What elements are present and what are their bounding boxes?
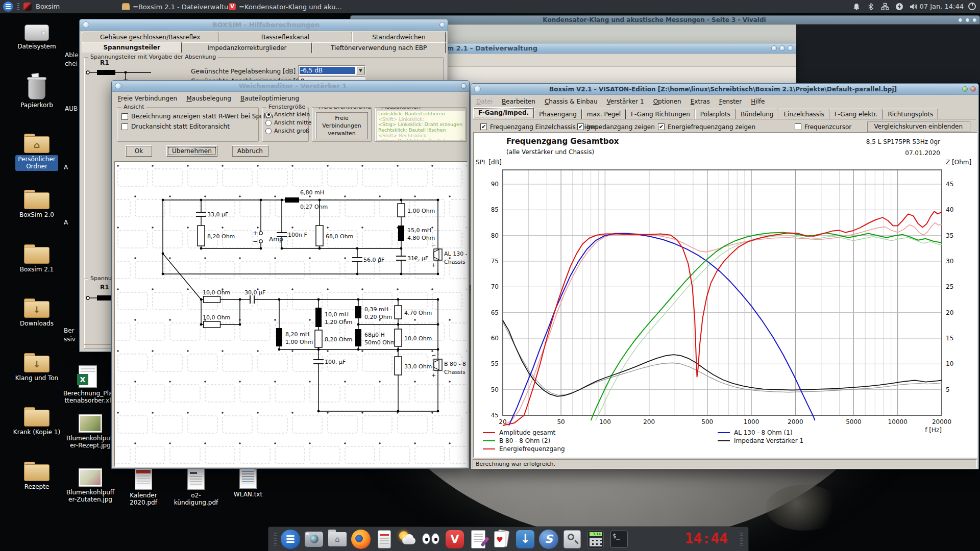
whisker-menu-button[interactable] bbox=[3, 2, 13, 12]
main-tab-f-gang-imped-[interactable]: F-Gang/Imped. bbox=[473, 107, 534, 118]
main-menu-datei[interactable]: Datei bbox=[476, 98, 493, 105]
weather-icon[interactable] bbox=[398, 529, 418, 549]
terminal-icon[interactable]: $_ bbox=[609, 529, 629, 549]
circuit-canvas[interactable]: 33,0 µF8,20 Ohm6,80 mH0,27 Ohm100n F68,0… bbox=[114, 161, 468, 467]
calculator-icon[interactable]: 3.14 bbox=[585, 529, 606, 549]
desktop-icon-wlan-txt[interactable]: WLAN.txt bbox=[217, 467, 279, 498]
dock-grip-left[interactable] bbox=[274, 533, 277, 546]
hilfs-tab-Tieftönerverwendung nach EBP[interactable]: Tieftönerverwendung nach EBP bbox=[312, 42, 446, 53]
hilfs-close-button[interactable] bbox=[439, 22, 445, 28]
main-tab-f-gang-richtungen[interactable]: F-Gang Richtungen bbox=[626, 109, 695, 119]
desktop-icon-boxsim-2-1[interactable]: Boxsim 2.1 bbox=[6, 244, 67, 273]
weicheneditor-titlebar[interactable]: Weicheneditor - Verstärker 1 bbox=[112, 81, 469, 92]
vivaldi-icon[interactable]: V bbox=[445, 529, 465, 549]
active-app-label[interactable]: Boxsim bbox=[36, 3, 60, 10]
weich-menu-mausbelegung[interactable]: Mausbelegung bbox=[186, 95, 231, 102]
main-checkbox-frequenzcursor[interactable]: Frequenzcursor bbox=[795, 123, 851, 131]
download-manager-icon[interactable]: ↓ bbox=[515, 529, 535, 549]
desktop-icon-rezepte[interactable]: Rezepte bbox=[6, 462, 67, 490]
hilfs-titlebar[interactable]: BOXSIM - Hilfsberechnungen bbox=[80, 19, 448, 31]
text-editor-icon[interactable] bbox=[468, 529, 488, 549]
hilfs-tab-Gehäuse geschlossen/Bassreflex[interactable]: Gehäuse geschlossen/Bassreflex bbox=[82, 32, 218, 42]
whisker-menu-icon[interactable] bbox=[280, 529, 301, 549]
desktop-icon-dateisystem[interactable]: Dateisystem bbox=[6, 24, 67, 50]
panel-grip[interactable] bbox=[17, 3, 19, 10]
main-menu-extras[interactable]: Extras bbox=[691, 98, 710, 105]
notifications-icon[interactable] bbox=[852, 3, 861, 11]
main-tab-polarplots[interactable]: Polarplots bbox=[695, 109, 736, 119]
pegel-combobox[interactable]: -6,5 dB ▼ bbox=[298, 65, 365, 76]
hilfs-tab-Impedanzkorrekturglieder[interactable]: Impedanzkorrekturglieder bbox=[182, 42, 312, 53]
main-menu-chassis-einbau[interactable]: Chassis & Einbau bbox=[545, 98, 598, 105]
main-tab-richtungsplots[interactable]: Richtungsplots bbox=[883, 109, 938, 119]
checkbox-box[interactable]: ✔ bbox=[577, 123, 584, 130]
main-maximize-button[interactable] bbox=[962, 86, 968, 92]
main-menu-hilfe[interactable]: Hilfe bbox=[751, 98, 765, 105]
abbruch-button[interactable]: Abbruch bbox=[232, 145, 268, 157]
mail-bird-icon[interactable]: S bbox=[538, 529, 559, 549]
main-close-button[interactable] bbox=[970, 86, 976, 92]
file-search-icon[interactable] bbox=[562, 529, 582, 549]
weich-menu-bauteiloptimierung[interactable]: Bauteiloptimierung bbox=[240, 95, 299, 102]
fm-maximize-button[interactable] bbox=[779, 45, 785, 51]
vergleichskurven-button[interactable]: Vergleichskurven einblenden bbox=[867, 121, 970, 132]
window-menu-icon[interactable] bbox=[83, 21, 89, 28]
file-manager-icon[interactable]: ⌂ bbox=[327, 529, 348, 549]
network-icon[interactable] bbox=[881, 3, 889, 11]
checkbox-box[interactable]: ✔ bbox=[658, 123, 665, 130]
checkbox-Druckansicht[interactable]: Druckansicht statt Editoransicht bbox=[121, 123, 258, 130]
checkbox-box[interactable] bbox=[121, 113, 128, 120]
main-tab-phasengang[interactable]: Phasengang bbox=[534, 109, 582, 119]
desktop-icon-boxsim-2-0[interactable]: BoxSim 2.0 bbox=[6, 190, 67, 218]
hilfs-tab-Standardweichen[interactable]: Standardweichen bbox=[352, 32, 446, 42]
main-checkbox-impedanzgang-zeigen[interactable]: ✔Impedanzgang zeigen bbox=[577, 123, 655, 131]
freie-verbindungen-verwalten-button[interactable]: FreieVerbindungenverwalten bbox=[315, 112, 368, 139]
radio-button[interactable] bbox=[265, 120, 272, 126]
main-tab-einzelchassis[interactable]: Einzelchassis bbox=[778, 109, 829, 119]
dock-grip-right[interactable] bbox=[740, 533, 743, 546]
main-menu-optionen[interactable]: Optionen bbox=[653, 98, 681, 105]
document-viewer-icon[interactable] bbox=[374, 529, 395, 549]
desktop-icon-papierkorb[interactable]: Papierkorb bbox=[6, 79, 67, 109]
hilfs-tab-Bassreflexkanal[interactable]: Bassreflexkanal bbox=[218, 32, 352, 42]
desktop-icon-kalender[interactable]: Kalender2020.pdf bbox=[113, 468, 174, 507]
weich-menu-freie-verbindungen[interactable]: Freie Verbindungen bbox=[118, 95, 177, 102]
window-menu-icon[interactable] bbox=[474, 86, 481, 92]
radio-Ansicht klein[interactable]: Ansicht klein bbox=[265, 111, 308, 118]
volume-icon[interactable] bbox=[910, 3, 919, 11]
eyes-icon[interactable] bbox=[421, 529, 442, 549]
desktop-icon-krank-kopie-1-[interactable]: Krank (Kopie 1) bbox=[6, 407, 67, 436]
checkbox-box[interactable] bbox=[121, 123, 128, 130]
main-tab-b-ndelung[interactable]: Bündelung bbox=[736, 109, 779, 119]
fm-close-button[interactable] bbox=[788, 45, 793, 51]
main-menu-bearbeiten[interactable]: Bearbeiten bbox=[502, 98, 535, 105]
checkbox-Bezeichnung[interactable]: Bezeichnung anzeigen statt R-Wert bei Sp… bbox=[121, 113, 258, 120]
main-tab-max-pegel[interactable]: max. Pegel bbox=[582, 109, 626, 119]
shutdown-icon[interactable] bbox=[968, 3, 976, 10]
weicheneditor-close-button[interactable] bbox=[461, 83, 467, 89]
checkbox-box[interactable]: ✔ bbox=[480, 123, 487, 130]
main-menu-verst-rker-1[interactable]: Verstärker 1 bbox=[607, 98, 644, 105]
radio-Ansicht groß[interactable]: Ansicht groß bbox=[265, 128, 308, 134]
desktop-icon-downloads[interactable]: ↓Downloads bbox=[6, 298, 67, 327]
vivaldi-minimize-button[interactable] bbox=[958, 18, 963, 22]
radio-Ansicht mittel[interactable]: Ansicht mittel bbox=[265, 119, 308, 126]
ok-button[interactable]: Ok bbox=[126, 145, 152, 157]
vivaldi-close-button[interactable] bbox=[972, 18, 977, 22]
vivaldi-maximize-button[interactable] bbox=[965, 18, 970, 22]
taskbar-item-2[interactable]: V =Kondensator-Klang und aku... bbox=[229, 2, 342, 12]
fm-minimize-button[interactable] bbox=[771, 45, 777, 51]
main-checkbox-energiefrequenzgang-zeigen[interactable]: ✔Energiefrequenzgang zeigen bbox=[658, 123, 755, 131]
main-menu-fenster[interactable]: Fenster bbox=[719, 98, 742, 105]
bluetooth-icon[interactable] bbox=[867, 3, 875, 11]
übernehmen-button[interactable]: Übernehmen bbox=[166, 145, 217, 157]
desktop-icon-pers-nlicher[interactable]: ⌂PersönlicherOrdner bbox=[6, 134, 67, 171]
taskbar-item-1[interactable]: =Boxsim 2.1 - Dateiverwaltu... bbox=[122, 2, 235, 12]
desktop-icon-berechnung-pla[interactable]: XBerechnung_Plattenabsorber.xl bbox=[57, 365, 118, 405]
firefox-icon[interactable] bbox=[351, 529, 371, 549]
power-manager-icon[interactable] bbox=[895, 3, 903, 11]
main-titlebar[interactable]: Boxsim V2.1 - VISATON-Edition [Z:\home\l… bbox=[471, 84, 978, 95]
radio-button[interactable] bbox=[265, 112, 272, 118]
window-menu-icon[interactable] bbox=[115, 83, 121, 89]
desktop-icon-blumenkohlpuff[interactable]: Blumenkohlpuffer-Zutaten.jpg bbox=[60, 468, 121, 504]
